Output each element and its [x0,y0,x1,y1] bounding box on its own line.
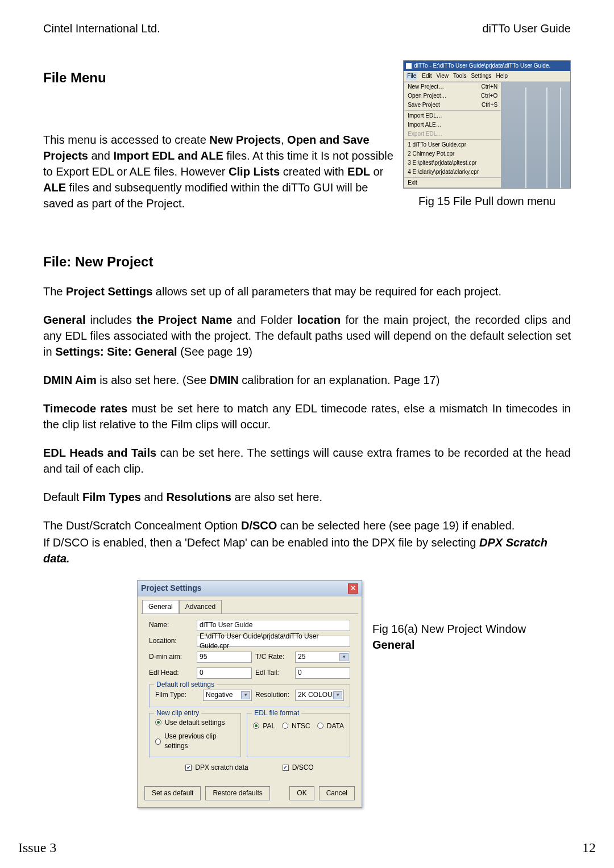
chevron-down-icon: ▾ [333,691,342,699]
menu-settings[interactable]: Settings [471,72,491,80]
mi-open-project[interactable]: Open Project…Ctrl+O [404,91,501,101]
p-project-settings: The Project Settings allows set up of al… [43,283,571,299]
fig15-titlebar: diTTo - E:\diTTo User Guide\prjdata\diTT… [404,61,570,71]
radio-data[interactable]: DATA [317,721,344,731]
heading-file-new-project: File: New Project [43,252,571,272]
btn-set-as-default[interactable]: Set as default [144,786,201,800]
menu-help[interactable]: Help [496,72,508,80]
mi-save-project[interactable]: Save ProjectCtrl+S [404,101,501,110]
file-menu-desc: This menu is accessed to create New Proj… [43,132,396,211]
name-field[interactable]: diTTo User Guide [197,620,350,631]
p-dmin: DMIN Aim is also set here. (See DMIN cal… [43,372,571,388]
lbl-dmin: D-min aim: [149,652,193,662]
mi-recent-2[interactable]: 2 Chimney Pot.cpr [404,149,501,158]
radio-pal[interactable]: PAL [253,721,275,731]
doc-title: diTTo User Guide [482,20,571,36]
p-edl-heads-tails: EDL Heads and Tails can be set here. The… [43,445,571,477]
file-dropdown: New Project…Ctrl+N Open Project…Ctrl+O S… [404,82,501,188]
lbl-tcrate: T/C Rate: [255,652,292,662]
menu-view[interactable]: View [437,72,449,80]
lbl-resolution: Resolution: [255,690,292,700]
radio-use-default[interactable]: Use default settings [155,718,235,728]
location-field[interactable]: E:\diTTo User Guide\prjdata\diTTo User G… [197,636,350,647]
mi-recent-1[interactable]: 1 diTTo User Guide.cpr [404,140,501,149]
mi-new-project[interactable]: New Project…Ctrl+N [404,82,501,91]
tab-advanced[interactable]: Advanced [179,600,222,614]
p-general: General includes the Project Name and Fo… [43,312,571,360]
fig15-content-pane [501,82,570,188]
mi-export-edl: Export EDL… [404,130,501,139]
radio-use-previous[interactable]: Use previous clip settings [155,732,235,751]
p-timecode: Timecode rates must be set here to match… [43,400,571,432]
lbl-location: Location: [149,636,193,646]
close-icon[interactable]: × [348,583,358,594]
dmin-field[interactable]: 95 [197,652,252,663]
legend-edl-format: EDL file format [252,708,301,718]
group-default-roll: Default roll settings Film Type: Negativ… [149,685,350,707]
fig15-caption: Fig 15 File Pull down menu [403,193,571,209]
check-dpx-scratch[interactable]: ✔DPX scratch data [185,763,248,773]
company-name: Cintel International Ltd. [43,20,160,36]
legend-default-roll: Default roll settings [154,680,217,690]
p-default-film: Default Film Types and Resolutions are a… [43,489,571,505]
ps-title-text: Project Settings [141,583,202,594]
mi-recent-4[interactable]: 4 E:\clarky\prjdata\clarky.cpr [404,168,501,177]
footer-issue: Issue 3 [18,838,56,858]
lbl-name: Name: [149,620,193,630]
footer-page: 12 [582,838,596,858]
heading-file-menu: File Menu [43,68,396,87]
app-icon [406,63,412,69]
project-settings-dialog: Project Settings × General Advanced Name… [137,580,362,807]
mi-exit[interactable]: Exit [404,178,501,187]
mi-import-edl[interactable]: Import EDL… [404,111,501,120]
menu-tools[interactable]: Tools [453,72,466,80]
p-dsco: The Dust/Scratch Concealment Option D/SC… [43,518,571,533]
check-dsco[interactable]: ✔D/SCO [283,763,314,773]
btn-restore-defaults[interactable]: Restore defaults [205,786,269,800]
fig15: diTTo - E:\diTTo User Guide\prjdata\diTT… [403,60,571,209]
edlhead-field[interactable]: 0 [197,667,252,679]
edltail-field[interactable]: 0 [295,667,350,679]
chevron-down-icon: ▾ [339,653,349,661]
radio-ntsc[interactable]: NTSC [282,721,310,731]
group-edl-format: EDL file format PAL NTSC DATA [247,713,350,757]
lbl-filmtype: Film Type: [155,690,200,700]
lbl-edltail: Edl Tail: [255,668,292,678]
legend-new-clip: New clip entry [154,708,201,718]
mi-import-ale[interactable]: Import ALE… [404,120,501,130]
fig16a-caption: Fig 16(a) New Project Window General [372,621,526,653]
lbl-edlhead: Edl Head: [149,668,193,678]
group-new-clip: New clip entry Use default settings Use … [149,713,241,757]
fig15-menubar: File Edit View Tools Settings Help [404,71,570,82]
p-dpx: If D/SCO is enabled, then a 'Defect Map'… [43,535,571,566]
btn-ok[interactable]: OK [289,786,314,800]
resolution-select[interactable]: 2K COLOUR▾ [295,690,344,701]
mi-recent-3[interactable]: 3 E:\pltest\prjdata\pltest.cpr [404,158,501,168]
menu-edit[interactable]: Edit [422,72,432,80]
chevron-down-icon: ▾ [241,691,250,699]
btn-cancel[interactable]: Cancel [319,786,355,800]
tab-general[interactable]: General [142,600,179,614]
menu-file[interactable]: File [406,72,417,80]
fig15-title-text: diTTo - E:\diTTo User Guide\prjdata\diTT… [414,62,550,70]
tcrate-select[interactable]: 25▾ [295,652,350,663]
filmtype-select[interactable]: Negative▾ [203,690,252,701]
